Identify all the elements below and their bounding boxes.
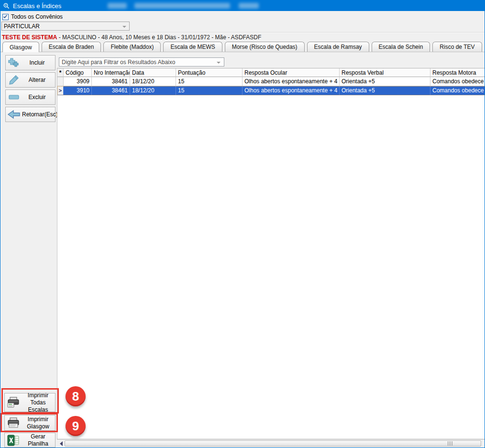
convenio-select[interactable]: PARTICULAR xyxy=(1,22,130,31)
scrollbar-thumb[interactable] xyxy=(65,440,481,447)
gerar-planilha-button[interactable]: Gerar Planilha xyxy=(4,433,55,448)
checkmark-icon xyxy=(3,14,7,18)
cell-resposta-motora: Comandos obedece +6 xyxy=(430,86,485,95)
row-selector-cell: > xyxy=(57,86,64,95)
scrollbar-grip-icon xyxy=(448,441,452,446)
add-icon xyxy=(6,57,22,68)
window-title: Escalas e Índices xyxy=(13,2,61,10)
column-header-pontuacao[interactable]: Pontuação xyxy=(176,68,242,77)
retornar-button[interactable]: Retornar(Esc) xyxy=(5,107,55,122)
cell-resposta-ocular: Olhos abertos espontaneamente + 4 xyxy=(242,77,340,86)
pencil-icon xyxy=(6,74,22,86)
cell-codigo: 3910 xyxy=(64,86,92,95)
title-bar: Escalas e Índices xyxy=(0,0,485,11)
column-header-codigo[interactable]: Código xyxy=(64,68,92,77)
tab-escala-de-ramsay[interactable]: Escala de Ramsay xyxy=(307,42,369,52)
excluir-label: Excluir xyxy=(22,94,55,101)
imprimir-glasgow-button[interactable]: Imprimir Glasgow xyxy=(4,415,55,431)
patient-details: - MASCULINO - 48 Anos, 10 Meses e 18 Dia… xyxy=(59,34,262,41)
horizontal-scrollbar[interactable] xyxy=(57,439,485,448)
imprimir-glasgow-label: Imprimir Glasgow xyxy=(22,416,55,430)
tab-escala-de-braden[interactable]: Escala de Braden xyxy=(42,42,101,52)
redacted-title-text xyxy=(108,3,127,9)
column-header-nro-internacao[interactable]: Nro Internação xyxy=(92,68,130,77)
table-row-selected[interactable]: > 3910 38461 18/12/20 15 Olhos abertos e… xyxy=(57,86,485,95)
tab-strip: Glasgow Escala de Braden Flebite (Maddox… xyxy=(0,42,485,52)
results-grid: * Código Nro Internação Data Pontuação R… xyxy=(57,68,485,439)
grid-header-row: * Código Nro Internação Data Pontuação R… xyxy=(57,68,485,77)
grid-filter-input[interactable]: Digite Aqui para Filtrar os Resultados A… xyxy=(59,57,224,67)
tab-escala-de-mews[interactable]: Escala de MEWS xyxy=(163,42,222,52)
patient-name: TESTE DE SISTEMA xyxy=(2,34,57,41)
chevron-down-icon xyxy=(217,62,220,64)
cell-pontuacao: 15 xyxy=(176,86,242,95)
selected-row-marker-icon: > xyxy=(59,88,62,93)
column-header-resposta-motora[interactable]: Resposta Motora xyxy=(430,68,485,77)
tab-morse-risco-de-quedas[interactable]: Morse (Risco de Quedas) xyxy=(225,42,305,52)
redacted-title-text xyxy=(239,3,259,9)
cell-resposta-ocular: Olhos abertos espontaneamente + 4 xyxy=(242,86,340,95)
cell-pontuacao: 15 xyxy=(176,77,242,86)
chevron-down-icon xyxy=(122,26,126,28)
selector-column-header: * xyxy=(57,68,64,77)
convenio-value: PARTICULAR xyxy=(4,23,40,30)
column-header-resposta-ocular[interactable]: Resposta Ocular xyxy=(242,68,340,77)
arrow-left-icon xyxy=(6,109,22,120)
escalas-e-indices-window: Escalas e Índices Todos os Convênios PAR… xyxy=(0,0,485,448)
cell-data: 18/12/20 xyxy=(130,86,176,95)
scroll-left-button[interactable] xyxy=(58,440,64,447)
arrow-left-icon xyxy=(60,441,63,446)
cell-resposta-verbal: Orientada +5 xyxy=(340,86,430,95)
retornar-label: Retornar(Esc) xyxy=(22,111,61,118)
minus-icon xyxy=(6,91,22,103)
gerar-planilha-label: Gerar Planilha xyxy=(22,433,55,448)
divider xyxy=(0,32,485,33)
excel-icon xyxy=(5,434,22,447)
todos-convenios-checkbox[interactable] xyxy=(2,14,9,20)
cell-data: 18/12/20 xyxy=(130,77,176,86)
redacted-title-text xyxy=(134,3,230,9)
cell-nro-internacao: 38461 xyxy=(92,86,130,95)
cell-resposta-verbal: Orientada +5 xyxy=(340,77,430,86)
row-selector-cell xyxy=(57,77,64,86)
alterar-button[interactable]: Alterar xyxy=(5,72,55,88)
tab-risco-de-tev[interactable]: Risco de TEV xyxy=(432,42,482,52)
cell-resposta-motora: Comandos obedece +6 xyxy=(430,77,485,86)
annotation-badge-9: 9 xyxy=(66,416,86,436)
cell-codigo: 3909 xyxy=(64,77,92,86)
tab-flebite-maddox[interactable]: Flebite (Maddox) xyxy=(103,42,161,52)
incluir-button[interactable]: Incluir xyxy=(5,55,55,70)
patient-info: TESTE DE SISTEMA - MASCULINO - 48 Anos, … xyxy=(2,34,261,41)
incluir-label: Incluir xyxy=(22,59,55,66)
imprimir-todas-label: Imprimir Todas Escalas xyxy=(22,392,55,414)
annotation-badge-8: 8 xyxy=(66,386,86,406)
todos-convenios-row: Todos os Convênios xyxy=(2,13,63,20)
column-header-data[interactable]: Data xyxy=(130,68,176,77)
app-icon xyxy=(3,2,10,10)
tab-escala-de-schein[interactable]: Escala de Schein xyxy=(372,42,430,52)
tab-glasgow[interactable]: Glasgow xyxy=(2,42,39,52)
grid-filter-placeholder: Digite Aqui para Filtrar os Resultados A… xyxy=(62,59,175,66)
excluir-button[interactable]: Excluir xyxy=(5,90,55,105)
imprimir-todas-escalas-button[interactable]: Imprimir Todas Escalas xyxy=(4,393,55,412)
todos-convenios-label: Todos os Convênios xyxy=(11,13,63,20)
table-row[interactable]: 3909 38461 18/12/20 15 Olhos abertos esp… xyxy=(57,77,485,86)
column-header-resposta-verbal[interactable]: Resposta Verbal xyxy=(340,68,430,77)
alterar-label: Alterar xyxy=(22,77,55,83)
cell-nro-internacao: 38461 xyxy=(92,77,130,86)
printer-icon xyxy=(5,396,22,409)
printer-icon xyxy=(5,417,22,429)
